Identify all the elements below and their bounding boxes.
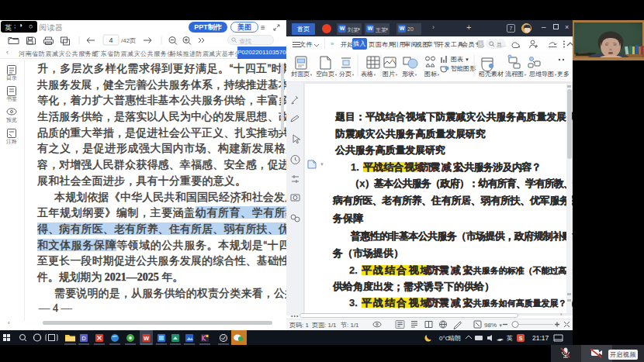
svg-text:W: W (144, 335, 150, 342)
svg-text:4: 4 (109, 36, 113, 44)
svg-text:21:17: 21:17 (532, 334, 549, 342)
svg-text:S: S (519, 336, 523, 341)
svg-text:英: 英 (507, 335, 513, 342)
svg-text:D: D (81, 336, 85, 341)
svg-text:图表: 图表 (451, 56, 463, 63)
svg-text:98% ▼: 98% ▼ (484, 322, 503, 329)
svg-text:▼: ▼ (465, 57, 469, 62)
svg-text:智能图形: 智能图形 (451, 65, 476, 72)
